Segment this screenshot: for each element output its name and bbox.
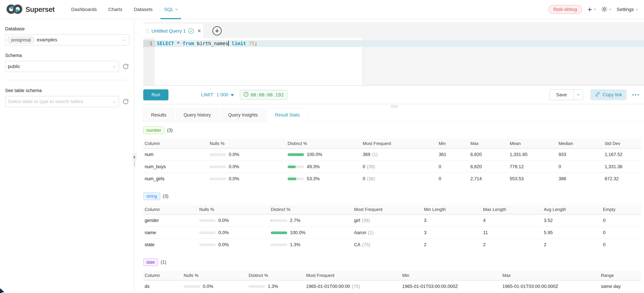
chevron-down-icon — [609, 8, 612, 10]
most-frequent-cell: 369(1) — [361, 152, 437, 157]
table-select-placeholder: Select table or type to search tables — [8, 99, 83, 104]
editor-gutter: 1 — [143, 38, 155, 85]
chevron-left-icon — [134, 156, 136, 159]
elapsed-time: 00:00:00.192 — [250, 92, 284, 98]
sqllab-main-panel: Untitled Query 1 ✕ + 1 SELECT * from bir… — [134, 19, 644, 293]
close-tab-icon[interactable]: ✕ — [197, 28, 201, 34]
nulls-pct-cell: 0.0% — [208, 176, 286, 182]
most-frequent-count: (39) — [367, 164, 375, 169]
environment-badge: flask-debug — [548, 5, 582, 14]
column-header: Distinct % — [286, 141, 361, 146]
nav-item-datasets[interactable]: Datasets — [130, 0, 156, 19]
stat-value-cell: 3.52 — [542, 218, 602, 223]
database-label: Database — [5, 26, 129, 32]
column-header: Empty — [602, 207, 641, 212]
sql-editor[interactable]: 1 SELECT * from birth_names limit 75; — [143, 38, 644, 86]
pct-value: 0.0% — [218, 218, 229, 223]
settings-menu[interactable]: Settings — [617, 7, 638, 12]
table-row: name0.0%100.0%Aaron(1)3115.950 — [143, 226, 641, 238]
query-timer: 00:00:00.192 — [240, 90, 288, 100]
tab-result-stats[interactable]: Result Stats — [267, 108, 308, 122]
save-button[interactable]: Save — [550, 90, 574, 100]
tab-query-history[interactable]: Query history — [176, 108, 219, 122]
most-frequent-cell: girl(39) — [353, 218, 422, 223]
caret-down-icon — [230, 94, 234, 96]
nav-item-charts[interactable]: Charts — [104, 0, 126, 19]
pct-value: 100.0% — [307, 152, 322, 157]
chevron-down-icon — [594, 8, 596, 10]
stat-value-cell: 2 — [422, 242, 482, 248]
progress-bar — [271, 219, 287, 222]
schema-value: public — [8, 64, 20, 69]
nulls-pct-cell: 0.0% — [208, 152, 286, 157]
sql-token: from — [182, 41, 194, 46]
column-name-cell: state — [143, 242, 198, 248]
stat-value-cell: 0 — [437, 164, 469, 170]
tab-query-insights[interactable]: Query Insights — [220, 108, 266, 122]
database-name: examples — [37, 37, 57, 42]
save-options-button[interactable] — [574, 90, 583, 100]
sql-token: 75 — [249, 41, 254, 46]
string-type-badge: string — [143, 192, 160, 200]
superset-brand[interactable]: Superset — [6, 4, 54, 16]
drag-handle-icon[interactable] — [146, 29, 149, 33]
most-frequent-value: Aaron — [354, 230, 366, 235]
nav-item-dashboards[interactable]: Dashboards — [68, 0, 100, 19]
chevron-down-icon — [577, 93, 580, 96]
sqllab-left-sidebar: Database postgresql examples Schema publ… — [0, 19, 134, 293]
distinct-pct-cell: 49.3% — [286, 164, 361, 170]
result-stats-panel: number(3)ColumnNulls %Distinct %Most Fre… — [143, 122, 644, 293]
stat-value-cell: 3 — [422, 218, 482, 223]
stat-value-cell: 1,331.65 — [508, 152, 557, 157]
query-tab[interactable]: Untitled Query 1 ✕ — [143, 24, 203, 38]
column-name-cell: num_boys — [143, 164, 208, 170]
column-header: Column — [143, 207, 198, 212]
limit-value: 1 000 — [216, 92, 228, 98]
table-select[interactable]: Select table or type to search tables — [5, 96, 119, 107]
pct-value: 1.3% — [268, 284, 278, 289]
stat-value-cell: same day — [600, 284, 641, 289]
limit-dropdown[interactable]: LIMIT: 1 000 — [201, 92, 234, 98]
nav-item-sql[interactable]: SQL — [160, 0, 181, 19]
resize-handle[interactable] — [391, 105, 398, 108]
table-header-row: ColumnNulls %Distinct %Most FrequentMin … — [143, 205, 641, 214]
distinct-pct-cell: 1.3% — [247, 284, 305, 289]
column-name-cell: num_girls — [143, 176, 208, 182]
theme-menu[interactable] — [601, 6, 611, 13]
schema-select[interactable]: public — [5, 61, 119, 72]
nav-right-cluster: flask-debug + Settings — [548, 5, 638, 14]
column-header: Column — [143, 273, 182, 278]
refresh-tables-icon[interactable] — [122, 98, 129, 105]
tab-results[interactable]: Results — [143, 108, 174, 122]
refresh-schemas-icon[interactable] — [122, 63, 129, 70]
most-frequent-cell: 0(39) — [361, 164, 437, 170]
table-row: gender0.0%2.7%girl(39)343.520 — [143, 214, 641, 226]
stats-section-string: string(3)ColumnNulls %Distinct %Most Fre… — [143, 192, 641, 250]
stat-value-cell: 553.53 — [508, 176, 557, 182]
column-header: Nulls % — [208, 141, 286, 146]
editor-code-area[interactable]: SELECT * from birth_names limit 75; — [155, 38, 644, 85]
stat-value-cell: 6,820 — [469, 152, 508, 157]
most-frequent-value: girl — [354, 218, 360, 223]
sql-token: limit — [232, 41, 246, 46]
stat-value-cell: 933 — [557, 152, 603, 157]
query-tabstrip: Untitled Query 1 ✕ + — [143, 22, 644, 38]
column-name-cell: num — [143, 152, 208, 157]
section-badge-row: number(3) — [143, 126, 641, 134]
sql-token — [246, 41, 249, 46]
run-button[interactable]: Run — [143, 89, 168, 100]
more-actions-button[interactable]: ••• — [632, 92, 640, 98]
database-select[interactable]: postgresql examples — [5, 34, 129, 46]
column-header: Avg Length — [542, 207, 602, 212]
brand-title: Superset — [26, 6, 54, 14]
add-query-tab-button[interactable]: + — [212, 26, 222, 36]
most-frequent-cell: 1965-01-01T00:00:00(75) — [305, 284, 401, 289]
collapse-sidebar-button[interactable] — [132, 153, 137, 161]
query-success-check-icon — [188, 28, 194, 34]
most-frequent-count: (1) — [368, 230, 374, 235]
copy-link-button[interactable]: Copy link — [590, 89, 626, 100]
nav-item-label: Charts — [108, 7, 122, 12]
distinct-pct-cell: 100.0% — [286, 152, 361, 157]
nav-items: DashboardsChartsDatasetsSQL — [66, 0, 183, 19]
new-item-menu[interactable]: + — [588, 6, 596, 13]
